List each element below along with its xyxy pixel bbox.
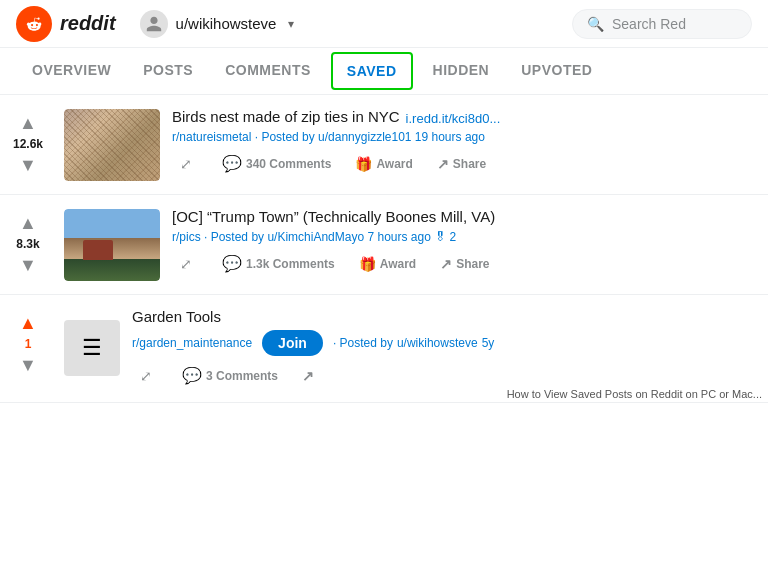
post-title[interactable]: Birds nest made of zip ties in NYC [172, 107, 400, 127]
post-separator: · Posted by [255, 130, 318, 144]
award-label: Award [380, 257, 416, 271]
comments-button[interactable]: 💬 1.3k Comments [216, 250, 341, 277]
post-actions: ⤢ 💬 1.3k Comments 🎁 Award ↗ Share [172, 250, 760, 278]
post-subreddit[interactable]: r/garden_maintenance [132, 336, 252, 350]
comment-icon: 💬 [182, 366, 202, 385]
award-label: Award [376, 157, 412, 171]
vote-column: ▲ 8.3k ▼ [0, 203, 56, 286]
post-title[interactable]: [OC] “Trump Town” (Technically Boones Mi… [172, 207, 495, 227]
post-subreddit[interactable]: r/natureismetal [172, 130, 251, 144]
post-separator: · Posted by [333, 336, 393, 350]
vote-column: ▲ 1 ▼ [0, 303, 56, 394]
user-avatar-icon [140, 10, 168, 38]
post-link[interactable]: i.redd.it/kci8d0... [406, 111, 501, 126]
post-author[interactable]: u/wikihowsteve [397, 336, 478, 350]
post-title[interactable]: Garden Tools [132, 307, 221, 327]
post-time: 5y [482, 336, 495, 350]
tab-comments[interactable]: COMMENTS [209, 50, 327, 92]
award-button[interactable]: 🎁 Award [349, 152, 418, 176]
post-title-row: Garden Tools [132, 307, 760, 330]
share-button[interactable]: ↗ [296, 364, 320, 388]
search-bar[interactable]: 🔍 Search Red [572, 9, 752, 39]
logo-area[interactable]: reddit [16, 6, 116, 42]
comments-button[interactable]: 💬 340 Comments [216, 150, 337, 177]
post-separator: · Posted by [204, 230, 267, 244]
share-button[interactable]: ↗ Share [431, 152, 492, 176]
user-profile-area: u/wikihowsteve ▾ [140, 10, 572, 38]
post-meta: r/pics · Posted by u/KimchiAndMayo 7 hou… [172, 230, 760, 244]
post-content: Birds nest made of zip ties in NYC i.red… [168, 103, 768, 186]
vote-count: 8.3k [12, 237, 44, 251]
post-content: Garden Tools r/garden_maintenance Join ·… [128, 303, 768, 394]
share-icon: ↗ [437, 156, 449, 172]
dropdown-arrow-icon[interactable]: ▾ [288, 17, 294, 31]
comments-count: 3 Comments [206, 369, 278, 383]
table-row: ▲ 8.3k ▼ [OC] “Trump Town” (Technically … [0, 195, 768, 295]
post-meta: r/natureismetal · Posted by u/dannygizzl… [172, 130, 760, 144]
reddit-logo-icon [16, 6, 52, 42]
post-title-row: [OC] “Trump Town” (Technically Boones Mi… [172, 207, 760, 230]
watermark-overlay: How to View Saved Posts on Reddit on PC … [501, 386, 768, 402]
post-actions: ⤢ 💬 340 Comments 🎁 Award ↗ Share [172, 150, 760, 178]
award-button[interactable]: 🎁 Award [353, 252, 422, 276]
post-subreddit[interactable]: r/pics [172, 230, 201, 244]
award-icon: 🎁 [355, 156, 372, 172]
table-row: ▲ 1 ▼ ☰ Garden Tools r/garden_maintenanc… [0, 295, 768, 403]
comments-count: 340 Comments [246, 157, 331, 171]
vote-count: 12.6k [12, 137, 44, 151]
post-time: 19 hours ago [415, 130, 485, 144]
comments-button[interactable]: 💬 3 Comments [176, 362, 284, 389]
post-content: [OC] “Trump Town” (Technically Boones Mi… [168, 203, 768, 286]
share-label: Share [456, 257, 489, 271]
share-button[interactable]: ↗ Share [434, 252, 495, 276]
post-time: 7 hours ago [367, 230, 430, 244]
vote-column: ▲ 12.6k ▼ [0, 103, 56, 186]
post-author[interactable]: u/KimchiAndMayo [267, 230, 364, 244]
join-button[interactable]: Join [262, 330, 323, 356]
posts-list: ▲ 12.6k ▼ Birds nest made of zip ties in… [0, 95, 768, 403]
upvote-button[interactable]: ▲ [16, 311, 40, 335]
upvote-button[interactable]: ▲ [16, 111, 40, 135]
trump-town-image [64, 209, 160, 281]
upvote-button[interactable]: ▲ [16, 211, 40, 235]
bird-nest-image [64, 109, 160, 181]
vote-count: 1 [12, 337, 44, 351]
award-count-badge: 🎖 [434, 230, 449, 244]
share-label: Share [453, 157, 486, 171]
tab-overview[interactable]: OVERVIEW [16, 50, 127, 92]
downvote-button[interactable]: ▼ [16, 253, 40, 277]
tab-posts[interactable]: POSTS [127, 50, 209, 92]
comment-icon: 💬 [222, 254, 242, 273]
tab-saved[interactable]: SAVED [331, 52, 413, 90]
reddit-wordmark: reddit [60, 12, 116, 35]
comment-icon: 💬 [222, 154, 242, 173]
award-count-number: 2 [450, 230, 457, 244]
expand-icon[interactable]: ⤢ [132, 362, 160, 390]
username-label[interactable]: u/wikihowsteve [176, 15, 277, 32]
watermark-text: How to View Saved Posts on Reddit on PC … [507, 388, 762, 400]
table-row: ▲ 12.6k ▼ Birds nest made of zip ties in… [0, 95, 768, 195]
award-icon: 🎁 [359, 256, 376, 272]
tab-upvoted[interactable]: UPVOTED [505, 50, 608, 92]
post-thumbnail: ☰ [64, 320, 120, 376]
post-thumbnail [64, 109, 160, 181]
post-meta: r/garden_maintenance Join · Posted by u/… [132, 330, 760, 356]
nav-tabs: OVERVIEW POSTS COMMENTS SAVED HIDDEN UPV… [0, 48, 768, 95]
post-title-row: Birds nest made of zip ties in NYC i.red… [172, 107, 760, 130]
comments-count: 1.3k Comments [246, 257, 335, 271]
document-icon: ☰ [82, 335, 102, 361]
downvote-button[interactable]: ▼ [16, 153, 40, 177]
post-thumbnail [64, 209, 160, 281]
search-placeholder-text: Search Red [612, 16, 686, 32]
share-icon: ↗ [302, 368, 314, 384]
search-icon: 🔍 [587, 16, 604, 32]
post-author[interactable]: u/dannygizzle101 [318, 130, 411, 144]
site-header: reddit u/wikihowsteve ▾ 🔍 Search Red [0, 0, 768, 48]
expand-icon[interactable]: ⤢ [172, 250, 200, 278]
tab-hidden[interactable]: HIDDEN [417, 50, 506, 92]
downvote-button[interactable]: ▼ [16, 353, 40, 377]
expand-icon[interactable]: ⤢ [172, 150, 200, 178]
share-icon: ↗ [440, 256, 452, 272]
